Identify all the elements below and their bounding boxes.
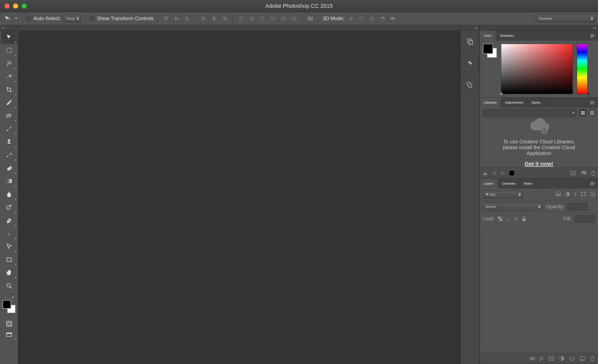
align-vertical-centers-icon[interactable] <box>173 15 181 23</box>
active-tool-icon[interactable] <box>4 15 12 23</box>
3d-slide-icon[interactable] <box>379 15 387 23</box>
align-top-edges-icon[interactable] <box>162 15 170 23</box>
libraries-panel-menu-icon[interactable] <box>589 98 596 108</box>
spot-healing-brush-tool[interactable] <box>1 109 17 122</box>
history-brush-tool[interactable] <box>1 148 17 161</box>
add-graphic-icon[interactable] <box>482 171 488 176</box>
color-panel-menu-icon[interactable] <box>589 31 596 41</box>
properties-panel-icon[interactable] <box>462 54 478 72</box>
tab-channels[interactable]: Channels <box>498 179 520 189</box>
filter-type-layers-icon[interactable]: T <box>574 192 577 197</box>
eraser-tool[interactable] <box>1 161 17 175</box>
layer-style-icon[interactable]: fx <box>540 355 544 361</box>
screen-mode[interactable] <box>1 329 17 340</box>
crop-tool[interactable] <box>1 83 17 96</box>
color-panel-foreground-swatch[interactable] <box>483 44 493 54</box>
filter-smart-objects-icon[interactable] <box>590 192 595 197</box>
layers-panel-menu-icon[interactable] <box>589 179 596 189</box>
libraries-stock-icon[interactable]: St <box>570 171 576 176</box>
swap-colors-icon[interactable]: ↺ <box>12 296 14 299</box>
tools-panel-grip[interactable]: ▸▸ <box>0 25 18 31</box>
distribute-vcenter-icon[interactable] <box>248 15 256 23</box>
lock-all-icon[interactable] <box>522 216 526 221</box>
brush-tool[interactable] <box>1 122 17 135</box>
foreground-color-swatch[interactable] <box>3 300 11 309</box>
blur-tool[interactable] <box>1 188 17 201</box>
delete-layer-icon[interactable] <box>590 356 594 361</box>
libraries-sync-icon[interactable] <box>580 171 586 176</box>
lock-position-icon[interactable] <box>514 216 519 221</box>
filter-shape-layers-icon[interactable] <box>581 192 586 197</box>
libraries-trash-icon[interactable] <box>591 171 595 176</box>
distribute-right-icon[interactable] <box>290 15 298 23</box>
auto-select-checkbox[interactable] <box>26 16 31 21</box>
pen-tool[interactable] <box>1 214 17 227</box>
lock-image-icon[interactable] <box>506 216 511 221</box>
opacity-input[interactable] <box>567 203 588 211</box>
align-right-edges-icon[interactable] <box>221 15 229 23</box>
tool-preset-dropdown[interactable] <box>14 15 18 23</box>
3d-pan-icon[interactable] <box>368 15 376 23</box>
dock-collapse-grip[interactable]: ◂◂ <box>475 26 478 30</box>
tab-swatches[interactable]: Swatches <box>496 31 518 41</box>
3d-roll-icon[interactable] <box>358 15 366 23</box>
document-tab-bar[interactable] <box>18 25 460 31</box>
tab-styles[interactable]: Styles <box>527 98 545 108</box>
clone-stamp-tool[interactable] <box>1 135 17 148</box>
history-panel-icon[interactable] <box>462 32 478 51</box>
align-bottom-edges-icon[interactable] <box>183 15 191 23</box>
blend-mode-select[interactable]: Normal <box>483 203 543 211</box>
add-color-swatch[interactable] <box>509 170 515 176</box>
gradient-tool[interactable] <box>1 175 17 188</box>
3d-rotate-icon[interactable] <box>347 15 355 23</box>
library-select[interactable] <box>482 109 577 117</box>
library-list-view-icon[interactable] <box>588 109 595 116</box>
new-layer-icon[interactable] <box>580 356 585 361</box>
workspace-switcher[interactable]: Essentials <box>536 15 595 23</box>
lock-transparency-icon[interactable] <box>498 217 503 221</box>
new-group-icon[interactable] <box>569 356 575 361</box>
filter-pixel-layers-icon[interactable] <box>556 192 561 197</box>
color-panel-foreground-background[interactable] <box>483 44 497 58</box>
move-tool[interactable] <box>1 31 17 44</box>
tab-layers[interactable]: Layers <box>480 179 498 189</box>
auto-select-mode-select[interactable]: Group <box>63 15 81 23</box>
panels-collapse-grip[interactable]: ▸▸ <box>593 26 596 30</box>
layers-list-area[interactable] <box>480 225 598 353</box>
edit-toolbar-icon[interactable]: ⋯ <box>4 296 7 299</box>
tab-libraries[interactable]: Libraries <box>480 98 501 108</box>
distribute-top-icon[interactable] <box>237 15 245 23</box>
distribute-bottom-icon[interactable] <box>258 15 266 23</box>
path-selection-tool[interactable] <box>1 240 17 253</box>
layer-filter-type-select[interactable]: 🔍 Kind <box>483 191 523 199</box>
fill-input[interactable] <box>574 215 595 223</box>
zoom-tool[interactable] <box>1 279 17 292</box>
quick-selection-tool[interactable] <box>1 70 17 83</box>
tab-color[interactable]: Color <box>480 31 496 41</box>
hand-tool[interactable] <box>1 266 17 279</box>
eyedropper-tool[interactable] <box>1 96 17 109</box>
add-character-style-icon[interactable]: A <box>492 170 496 176</box>
tab-paths[interactable]: Paths <box>520 179 537 189</box>
horizontal-type-tool[interactable]: T <box>1 227 17 240</box>
library-grid-view-icon[interactable] <box>579 109 586 116</box>
color-saturation-value-picker[interactable] <box>501 44 573 94</box>
rectangle-tool[interactable] <box>1 253 17 266</box>
distribute-left-icon[interactable] <box>269 15 277 23</box>
rectangular-marquee-tool[interactable] <box>1 44 17 57</box>
libraries-get-it-now-link[interactable]: Get it now! <box>525 161 553 167</box>
link-layers-icon[interactable] <box>529 357 535 360</box>
distribute-hcenter-icon[interactable] <box>279 15 287 23</box>
quick-mask-mode[interactable] <box>1 318 17 329</box>
tab-adjustments[interactable]: Adjustments <box>501 98 528 108</box>
lasso-tool[interactable] <box>1 57 17 70</box>
add-layer-style-icon[interactable]: fx <box>501 170 505 176</box>
align-horizontal-centers-icon[interactable] <box>210 15 218 23</box>
foreground-background-swatches[interactable] <box>3 300 16 313</box>
layer-mask-icon[interactable] <box>549 356 554 361</box>
filter-adjustment-layers-icon[interactable] <box>565 192 570 197</box>
auto-align-icon[interactable] <box>306 15 314 23</box>
dodge-tool[interactable] <box>1 201 17 214</box>
new-adjustment-layer-icon[interactable] <box>559 356 564 361</box>
show-transform-checkbox[interactable] <box>90 16 94 21</box>
